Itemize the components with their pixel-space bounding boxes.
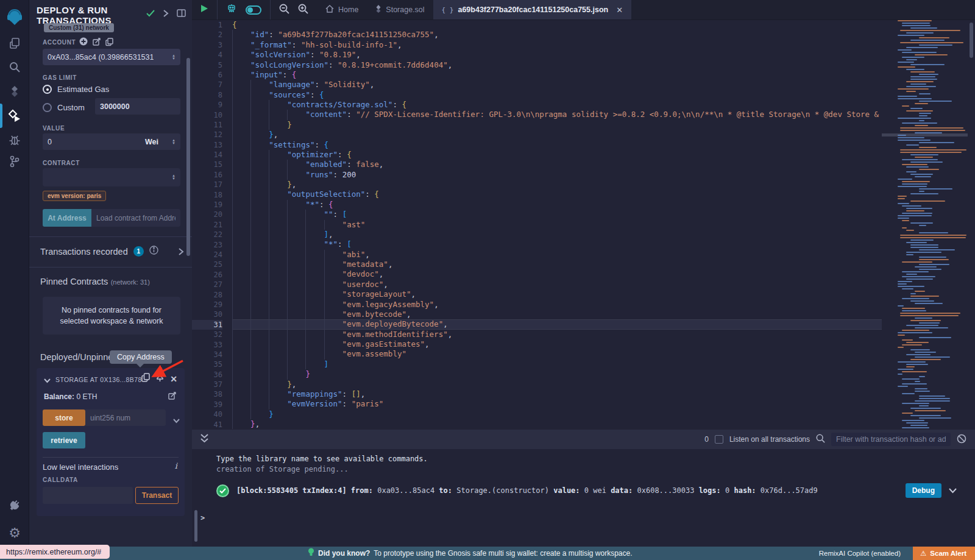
editor-scrollbar-thumb[interactable] [970,23,973,58]
code-line[interactable]: "evm.deployedBytecode", [232,319,882,329]
edit-account-icon[interactable] [93,37,101,48]
account-stepper-icon[interactable]: ▲▼ [172,54,176,60]
code-line[interactable]: } [232,369,882,379]
transaction-filter-input[interactable] [831,433,951,446]
code-line[interactable]: "abi", [232,250,882,260]
code-line[interactable]: }, [232,130,882,140]
retrieve-button[interactable]: retrieve [43,432,85,448]
terminal-collapse-icon[interactable] [192,434,208,445]
value-unit-stepper-icon[interactable]: ▲▼ [172,139,176,145]
pin-contract-icon[interactable] [156,373,164,385]
code-line[interactable]: } [232,120,882,130]
clear-terminal-icon[interactable] [957,434,966,445]
ai-assistant-icon[interactable] [226,3,237,16]
code-line[interactable]: "storageLayout", [232,289,882,299]
estimated-gas-radio[interactable] [43,85,52,94]
code-line[interactable]: "ast" [232,220,882,230]
code-line[interactable]: ], [232,230,882,239]
code-content[interactable]: {"id": "a69b43f277ba20fcac141151250ca755… [232,20,882,430]
at-address-button[interactable]: At Address [43,209,91,227]
transact-button[interactable]: Transact [135,487,179,504]
solidity-compiler-icon[interactable] [0,80,29,103]
code-line[interactable]: "runs": 200 [232,170,882,180]
contract-instance-header[interactable]: STORAGE AT 0X136...8B78 [55,376,142,383]
expand-args-icon[interactable] [173,414,180,425]
code-line[interactable]: "": [ [232,210,882,219]
code-line[interactable]: "evm.bytecode", [232,310,882,319]
code-line[interactable]: ] [232,360,882,369]
debugger-icon[interactable] [0,128,29,151]
code-line[interactable]: }, [232,180,882,190]
plugin-manager-icon[interactable] [0,494,29,517]
code-line[interactable]: "userdoc", [232,280,882,289]
lowlevel-info-icon[interactable]: i [175,461,177,470]
search-icon[interactable] [0,55,29,79]
calldata-input[interactable] [43,487,133,504]
code-line[interactable]: "id": "a69b43f277ba20fcac141151250ca755"… [232,30,882,40]
listen-checkbox[interactable] [715,435,723,444]
source-control-icon[interactable] [0,150,29,173]
code-line[interactable]: "settings": { [232,140,882,150]
close-tab-icon[interactable]: ✕ [616,5,623,15]
transaction-log-row[interactable]: [block:5583405 txIndex:4] from: 0xa03...… [216,483,957,498]
store-arg-input[interactable] [85,409,166,426]
code-line[interactable]: "*": { [232,200,882,210]
code-line[interactable]: "sources": { [232,90,882,100]
account-select[interactable]: 0xA03...85ac4 (0.39866531531 ▲▼ [43,49,180,65]
tab-storage-sol[interactable]: Storage.sol [367,0,433,19]
edit-balance-icon[interactable] [168,391,176,402]
code-line[interactable]: "evm.gasEstimates", [232,339,882,349]
panel-pin-icon[interactable] [177,9,186,19]
code-line[interactable]: }, [232,419,882,429]
code-line[interactable]: "metadata", [232,260,882,269]
code-line[interactable]: "outputSelection": { [232,190,882,199]
value-input[interactable] [43,133,140,150]
code-line[interactable]: "evm.assembly" [232,349,882,359]
copilot-status[interactable]: RemixAI Copilot (enabled) [819,547,901,560]
copilot-toggle-icon[interactable] [246,5,261,15]
info-icon[interactable] [149,246,158,257]
remix-logo-icon[interactable] [0,5,29,29]
copy-address-icon[interactable] [141,373,150,385]
tab-build-info-json[interactable]: { } a69b43f277ba20fcac141151250ca755.jso… [433,0,632,19]
panel-expand-icon[interactable] [163,9,168,19]
code-line[interactable]: "evm.methodIdentifiers", [232,330,882,339]
code-line[interactable]: "evmVersion": "paris" [232,399,882,409]
custom-gas-radio[interactable] [43,103,52,112]
tx-expand-icon[interactable] [949,486,957,495]
code-line[interactable]: "enabled": false, [232,160,882,169]
settings-icon[interactable]: ⚙ [0,521,29,544]
code-line[interactable]: "optimizer": { [232,150,882,160]
code-line[interactable]: "solcVersion": "0.8.19", [232,50,882,60]
terminal-prompt[interactable]: > [200,514,205,522]
code-line[interactable]: "solcLongVersion": "0.8.19+commit.7dd6d4… [232,60,882,70]
code-line[interactable]: "language": "Solidity", [232,80,882,90]
copy-account-icon[interactable] [105,37,113,48]
panel-scrollbar[interactable] [186,58,190,256]
code-line[interactable]: "content": "// SPDX-License-Identifier: … [232,110,882,119]
code-line[interactable]: "contracts/Storage.sol": { [232,100,882,110]
terminal-scrollbar[interactable] [194,510,197,542]
contract-collapse-icon[interactable] [44,374,51,385]
terminal[interactable]: Type the library name to see available c… [192,449,975,547]
value-unit-select[interactable]: Wei ▲▼ [140,133,180,150]
run-script-icon[interactable] [200,4,208,15]
code-line[interactable]: "remappings": [], [232,389,882,399]
code-line[interactable]: } [232,409,882,419]
code-line[interactable]: }, [232,380,882,389]
zoom-in-icon[interactable] [298,4,308,16]
file-explorer-icon[interactable] [0,32,29,55]
editor-scrollbar[interactable] [968,20,975,430]
custom-gas-input[interactable] [95,98,180,115]
store-button[interactable]: store [43,409,85,426]
zoom-out-icon[interactable] [279,4,289,16]
deploy-run-icon[interactable] [0,104,29,127]
code-editor[interactable]: 1234567891011121314151617181920212223242… [192,20,975,430]
code-line[interactable]: "devdoc", [232,269,882,279]
code-line[interactable]: "_format": "hh-sol-build-info-1", [232,40,882,50]
scam-alert-button[interactable]: ⚠ Scam Alert [913,547,975,560]
transactions-expand-icon[interactable] [179,247,183,258]
minimap[interactable] [882,20,968,430]
code-line[interactable]: "input": { [232,70,882,80]
contract-select[interactable]: ▲▼ [43,168,180,186]
